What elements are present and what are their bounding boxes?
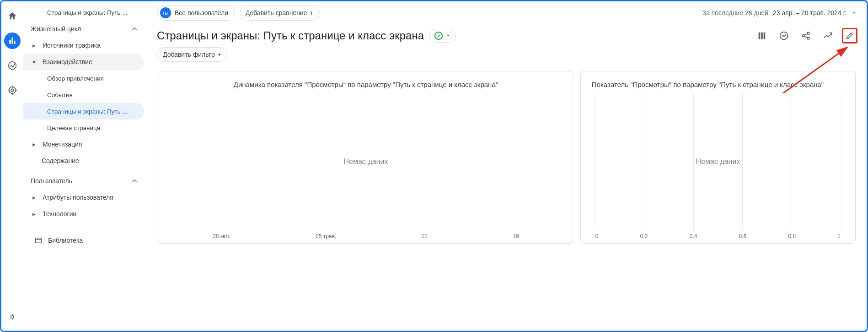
check-circle-icon [434, 32, 443, 40]
status-pill[interactable] [429, 29, 456, 43]
svg-rect-6 [35, 238, 42, 243]
cards-row: Динамика показателя "Просмотры" по парам… [148, 67, 867, 247]
sidebar-item-user-attributes[interactable]: ▸ Атрибуты пользователя [23, 189, 144, 206]
sidebar-library[interactable]: Библиотека [23, 231, 148, 250]
trends-icon[interactable] [820, 28, 836, 44]
sidebar-crumb-current[interactable]: Страницы и экраны: Путь ... [23, 4, 144, 21]
sidebar-item-label: События [47, 92, 73, 98]
section-label: Пользователь [31, 177, 72, 185]
plus-icon: + [218, 51, 221, 58]
sidebar-item-label: Обзор привлечения [47, 75, 104, 82]
x-tick: 0,6 [739, 233, 747, 239]
nav-admin-icon[interactable] [4, 309, 21, 325]
sidebar-item-label: Технологии [43, 210, 76, 218]
sidebar-item-acquisition-overview[interactable]: Обзор привлечения [23, 70, 144, 87]
sidebar-item-label: Содержание [42, 157, 79, 164]
chevron-up-icon [130, 177, 139, 185]
svg-rect-8 [761, 33, 763, 39]
caret-right-icon: ▸ [32, 141, 40, 148]
sidebar-section-user[interactable]: Пользователь [23, 173, 144, 189]
x-tick: 0,4 [690, 233, 697, 239]
plus-icon: + [310, 9, 314, 16]
sidebar-item-monetization[interactable]: ▸ Монетизация [23, 136, 144, 152]
svg-point-4 [9, 87, 16, 94]
date-range-label: За последние 28 дней [702, 9, 768, 16]
sidebar-item-engagement[interactable]: ▾ Взаимодействие [23, 54, 144, 70]
svg-rect-0 [9, 40, 11, 44]
x-tick: 05 трав. [316, 233, 336, 239]
date-range-value: 23 апр. – 20 трав. 2024 г. [773, 9, 847, 16]
add-filter-label: Добавить фильтр [163, 51, 215, 58]
sidebar-section-lifecycle[interactable]: Жизненный цикл [23, 21, 144, 37]
caret-right-icon: ▸ [32, 42, 40, 49]
svg-rect-7 [759, 33, 761, 39]
sidebar-item-label: Источники трафика [43, 42, 101, 49]
add-comparison-button[interactable]: Добавить сравнение + [240, 5, 320, 21]
toolbar [754, 28, 857, 44]
sidebar-library-label: Библиотека [48, 237, 83, 244]
sidebar-item-label: Монетизация [43, 141, 82, 148]
sidebar-item-events[interactable]: События [23, 87, 144, 103]
add-comparison-label: Добавить сравнение [246, 9, 307, 16]
nav-advertising-icon[interactable] [4, 82, 21, 98]
sidebar-item-label: Атрибуты пользователя [43, 194, 113, 201]
sidebar-item-label: Целевая страница [47, 125, 100, 131]
caret-right-icon: ▸ [32, 210, 40, 218]
filterbar: Добавить фильтр + [148, 45, 867, 67]
sidebar-item-traffic-sources[interactable]: ▸ Источники трафика [23, 37, 144, 54]
sidebar-item-pages-screens[interactable]: Страницы и экраны: Путь ... [23, 103, 144, 120]
page-title: Страницы и экраны: Путь к странице и кла… [157, 29, 424, 42]
svg-point-3 [8, 62, 16, 70]
x-tick: 0,2 [640, 233, 648, 239]
nav-explore-icon[interactable] [4, 57, 21, 74]
svg-rect-9 [764, 33, 766, 39]
x-tick: 12 [422, 233, 428, 239]
sidebar-item-tech[interactable]: ▸ Технологии [23, 206, 144, 222]
x-tick: 0,8 [788, 233, 796, 239]
segment-label: Все пользователи [175, 9, 228, 16]
segment-badge: ты [160, 7, 171, 18]
titlebar: Страницы и экраны: Путь к странице и кла… [148, 24, 867, 45]
customize-columns-icon[interactable] [754, 28, 770, 44]
segment-chip-all-users[interactable]: ты Все пользователи [157, 5, 235, 21]
main-content: ты Все пользователи Добавить сравнение +… [148, 1, 867, 331]
x-tick: 1 [837, 233, 841, 239]
insights-icon[interactable] [776, 28, 792, 44]
sidebar-item-label: Взаимодействие [43, 58, 92, 65]
sidebar-item-content[interactable]: Содержание [23, 152, 144, 169]
add-filter-button[interactable]: Добавить фильтр + [157, 47, 227, 62]
chart-title: Показатель "Просмотры" по параметру "Пут… [592, 81, 844, 88]
nav-reports-icon[interactable] [4, 33, 21, 49]
x-axis: 28 квіт. 05 трав. 12 19 [170, 230, 562, 239]
chart-body: Немає даних [592, 93, 844, 230]
chart-card-trend: Динамика показателя "Просмотры" по парам… [159, 71, 573, 244]
sidebar-crumb-label: Страницы и экраны: Путь ... [47, 9, 128, 16]
chevron-up-icon [130, 25, 139, 33]
topbar: ты Все пользователи Добавить сравнение +… [148, 1, 867, 24]
caret-down-icon: ▾ [32, 58, 40, 65]
nodata-label: Немає даних [343, 158, 388, 166]
chart-card-breakdown: Показатель "Просмотры" по параметру "Пут… [580, 71, 856, 244]
edit-pencil-icon[interactable] [842, 28, 857, 44]
svg-rect-2 [14, 41, 15, 44]
chart-body: Немає даних [170, 93, 562, 230]
x-tick: 0 [595, 233, 599, 239]
share-icon[interactable] [798, 28, 814, 44]
sidebar-item-label: Страницы и экраны: Путь ... [47, 108, 128, 115]
x-axis: 0 0,2 0,4 0,6 0,8 1 [592, 230, 844, 239]
section-label: Жизненный цикл [31, 25, 81, 33]
library-icon [34, 236, 43, 245]
caret-right-icon: ▸ [32, 194, 40, 201]
chart-title: Динамика показателя "Просмотры" по парам… [170, 81, 562, 88]
x-tick: 19 [513, 233, 519, 239]
x-tick: 28 квіт. [213, 233, 230, 239]
svg-rect-1 [11, 38, 13, 44]
chevron-down-icon [445, 33, 451, 38]
icon-rail [1, 1, 23, 331]
sidebar-item-landing-page[interactable]: Целевая страница [23, 120, 144, 136]
nav-home-icon[interactable] [4, 8, 21, 24]
svg-point-5 [11, 89, 14, 92]
sidebar: Страницы и экраны: Путь ... Жизненный ци… [23, 1, 148, 331]
date-range-picker[interactable]: За последние 28 дней 23 апр. – 20 трав. … [702, 9, 857, 16]
gridlines [592, 93, 844, 230]
